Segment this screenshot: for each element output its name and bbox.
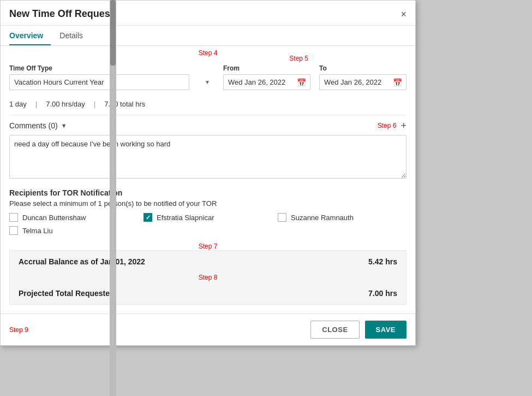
close-button[interactable]: CLOSE	[310, 321, 359, 339]
chevron-down-icon-comments: ▼	[61, 122, 67, 129]
recipient-name-2: Suzanne Ramnauth	[291, 214, 354, 222]
step5-label: Step 5	[289, 55, 308, 62]
projected-total-label: Projected Total Requested	[19, 289, 115, 298]
summary-days: 1 day	[9, 100, 27, 108]
from-label: From	[223, 64, 310, 72]
footer-buttons: CLOSE SAVE	[310, 321, 407, 339]
step4-label: Step 4	[199, 49, 218, 57]
time-off-type-select[interactable]: Vacation Hours Current Year	[9, 74, 189, 90]
recipient-checkbox-0[interactable]	[9, 213, 18, 222]
recipient-name-0: Duncan Buttenshaw	[22, 214, 86, 222]
accrual-balance-value: 5.42 hrs	[368, 257, 397, 266]
modal-footer: Step 9 CLOSE SAVE	[1, 314, 415, 345]
recipient-name-3: Telma Liu	[22, 227, 53, 235]
recipient-item-0: Duncan Buttenshaw	[9, 213, 138, 222]
summary-hrs-per-day: 7.00 hrs/day	[46, 100, 85, 108]
recipient-name-1: Efstratia Slapnicar	[157, 214, 214, 222]
accrual-balance-label: Accrual Balance as of Jan 01, 2022	[19, 257, 145, 266]
recipients-subtitle: Please select a minimum of 1 person(s) t…	[9, 199, 407, 208]
step7-row: Step 7	[9, 243, 407, 250]
tab-overview[interactable]: Overview	[9, 26, 51, 45]
calendar-icon-from[interactable]: 📅	[297, 78, 306, 87]
projected-total-value: 7.00 hrs	[368, 289, 397, 298]
step6-label: Step 6	[378, 122, 397, 129]
scrollbar[interactable]	[110, 0, 116, 396]
balance-section: Accrual Balance as of Jan 01, 2022 5.42 …	[9, 250, 407, 305]
to-group: To 📅	[319, 64, 407, 90]
projected-total-row: Projected Total Requested 7.00 hrs	[10, 282, 406, 304]
comments-row: Comments (0) ▼ Step 6 +	[9, 121, 407, 131]
scrollbar-thumb[interactable]	[110, 0, 116, 66]
recipient-checkbox-2[interactable]	[278, 213, 286, 222]
recipients-section: Recipients for TOR Notification Please s…	[9, 188, 407, 235]
from-date-wrapper: 📅	[223, 74, 310, 90]
form-row: Time Off Type Vacation Hours Current Yea…	[9, 64, 407, 90]
step8-label: Step 8	[199, 274, 218, 281]
comments-toggle[interactable]: Comments (0) ▼	[9, 121, 67, 130]
recipients-title: Recipients for TOR Notification	[9, 188, 407, 197]
tabs-container: Overview Details	[1, 26, 415, 46]
to-date-wrapper: 📅	[319, 74, 407, 90]
modal-backdrop: New Time Off Request × Overview Details …	[0, 0, 532, 396]
chevron-down-icon: ▼	[205, 79, 210, 85]
summary-row: 1 day | 7.00 hrs/day | 7.00 total hrs	[9, 96, 407, 115]
comment-textarea[interactable]: need a day off because I've been working…	[9, 135, 407, 179]
to-label: To	[319, 64, 407, 72]
step6-add-row: Step 6 +	[378, 121, 407, 131]
recipients-grid: Duncan Buttenshaw Efstratia Slapnicar Su…	[9, 213, 407, 235]
recipient-checkbox-1[interactable]	[144, 213, 152, 222]
recipient-item-2: Suzanne Ramnauth	[278, 213, 407, 222]
modal-body: Step 4 Step 5 Time Off Type Vacation Hou…	[1, 46, 415, 314]
modal-title: New Time Off Request	[9, 8, 113, 20]
step9-label: Step 9	[9, 326, 28, 334]
recipient-item-1: Efstratia Slapnicar	[144, 213, 272, 222]
recipient-checkbox-3[interactable]	[9, 226, 18, 235]
modal-close-button[interactable]: ×	[401, 9, 407, 19]
save-button[interactable]: SAVE	[365, 321, 407, 339]
recipient-item-3: Telma Liu	[9, 226, 138, 235]
calendar-icon-to[interactable]: 📅	[393, 78, 402, 87]
accrual-balance-row: Accrual Balance as of Jan 01, 2022 5.42 …	[10, 251, 406, 273]
modal: New Time Off Request × Overview Details …	[0, 0, 416, 346]
modal-header: New Time Off Request ×	[1, 1, 415, 26]
step7-label: Step 7	[199, 243, 218, 250]
from-group: From 📅	[223, 64, 310, 90]
add-comment-button[interactable]: +	[401, 121, 407, 131]
comments-label-text: Comments (0)	[9, 121, 58, 130]
tab-details[interactable]: Details	[59, 26, 91, 45]
